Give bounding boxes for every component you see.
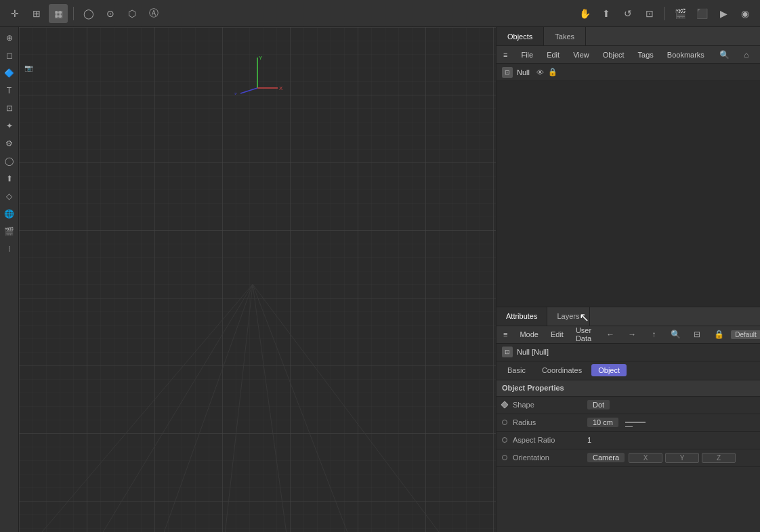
active-tool-icon[interactable]: ▦ <box>49 4 68 23</box>
prop-tabs: Basic Coordinates Object <box>497 361 760 380</box>
top-toolbar: ✛ ⊞ ▦ ◯ ⊙ ⬡ Ⓐ ✋ ⬆ ↺ ⊡ 🎬 ⬛ ▶ ◉ <box>0 0 760 27</box>
x-input[interactable]: X <box>629 453 662 463</box>
film-icon[interactable]: 🎬 <box>1 223 18 240</box>
viewport-grid <box>19 27 496 532</box>
svg-text:X: X <box>279 85 283 91</box>
object-name-row: ⊡ Null [Null] <box>497 344 760 361</box>
target-icon[interactable]: ⊙ <box>101 4 120 23</box>
scatter-icon[interactable]: ✦ <box>1 118 18 134</box>
radius-badge[interactable]: 10 cm <box>587 418 618 427</box>
null-obj-icon: ⊡ <box>502 347 513 357</box>
shape-badge[interactable]: Dot <box>587 400 610 409</box>
object-icon[interactable]: ⬡ <box>123 4 142 23</box>
export-icon[interactable]: ⬆ <box>1 171 18 187</box>
orientation-xyz: X Y Z <box>629 453 736 463</box>
attr-up[interactable]: ↑ <box>644 325 663 344</box>
aspect-label: Aspect Ratio <box>513 436 587 444</box>
hamburger-menu[interactable]: ≡ <box>501 49 510 60</box>
orientation-dot <box>502 455 507 460</box>
tab-layers[interactable]: Layers <box>547 307 589 326</box>
dots-icon[interactable]: ⁝ <box>1 241 18 257</box>
select-icon[interactable]: ⊡ <box>1 100 18 116</box>
right-panel: Objects Takes ≡ File Edit View Object Ta… <box>496 27 760 532</box>
filter-icon[interactable]: ⊡ <box>640 4 659 23</box>
home-icon[interactable]: ⌂ <box>737 45 756 64</box>
file-menu[interactable]: File <box>518 49 536 60</box>
bookmarks-menu[interactable]: Bookmarks <box>664 49 707 60</box>
tab-takes[interactable]: Takes <box>544 27 586 45</box>
viewport[interactable]: Y X Z 📷 <box>19 27 496 532</box>
cube-icon[interactable]: ◻ <box>1 47 18 64</box>
separator-2 <box>664 7 665 20</box>
tab-coordinates[interactable]: Coordinates <box>535 364 589 376</box>
aspect-text: 1 <box>587 436 591 444</box>
attr-userdata[interactable]: User Data <box>573 325 594 344</box>
attr-back[interactable]: ← <box>601 325 620 344</box>
viewport-icon[interactable]: ⊕ <box>1 30 18 46</box>
edit-menu[interactable]: Edit <box>544 49 562 60</box>
render-icon[interactable]: 🎬 <box>671 4 690 23</box>
tab-objects[interactable]: Objects <box>497 27 544 45</box>
object-menu[interactable]: Object <box>600 49 627 60</box>
cube-3d-icon[interactable]: 🔷 <box>1 65 18 81</box>
lock-icon[interactable]: 🔒 <box>548 68 557 76</box>
prop-radius: Radius 10 cm — <box>497 414 760 432</box>
a-icon[interactable]: Ⓐ <box>144 4 163 23</box>
object-breadcrumb: ⊡ Null 👁 🔒 <box>497 64 760 81</box>
play-icon[interactable]: ▶ <box>714 4 733 23</box>
frame-icon[interactable]: ⬛ <box>692 4 711 23</box>
orientation-label: Orientation <box>513 453 587 462</box>
properties-content: Object Properties Shape Dot Radius 10 cm <box>497 380 760 533</box>
transform-icon[interactable]: ✛ <box>5 4 24 23</box>
attr-hamburger[interactable]: ≡ <box>501 329 510 340</box>
circle-tool[interactable]: ◯ <box>79 4 98 23</box>
attributes-section: Attributes Layers ≡ Mode Edit User Data … <box>497 307 760 533</box>
radius-label: Radius <box>513 418 587 426</box>
text-icon[interactable]: T <box>1 83 18 99</box>
svg-text:Y: Y <box>259 55 263 61</box>
tab-object[interactable]: Object <box>591 364 627 376</box>
null-icon: ⊡ <box>502 67 513 78</box>
attr-mode[interactable]: Mode <box>517 329 541 340</box>
tab-attributes[interactable]: Attributes <box>497 307 547 326</box>
attr-forward[interactable]: → <box>622 325 641 344</box>
record-icon[interactable]: ◉ <box>736 4 755 23</box>
attr-filter[interactable]: ⊟ <box>688 325 706 344</box>
shape-value: Dot <box>587 400 755 409</box>
section-header: Object Properties <box>497 380 760 397</box>
left-sidebar: ⊕ ◻ 🔷 T ⊡ ✦ ⚙ ◯ ⬆ ◇ 🌐 🎬 ⁝ <box>0 27 19 532</box>
search-icon[interactable]: 🔍 <box>715 45 734 64</box>
main-area: ⊕ ◻ 🔷 T ⊡ ✦ ⚙ ◯ ⬆ ◇ 🌐 🎬 ⁝ <box>0 27 760 532</box>
view-menu[interactable]: View <box>570 49 592 60</box>
circle-icon[interactable]: ◯ <box>1 153 18 169</box>
camera-label: 📷 <box>24 64 33 72</box>
attr-menu-icons: ← → ↑ 🔍 ⊟ 🔒 Default <box>601 325 760 344</box>
radius-value: 10 cm — <box>587 418 755 427</box>
globe-icon[interactable]: 🌐 <box>1 206 18 222</box>
objects-list[interactable] <box>497 81 760 307</box>
panel-menu-bar: ≡ File Edit View Object Tags Bookmarks 🔍… <box>497 46 760 64</box>
shape-label: Shape <box>513 401 587 409</box>
y-input[interactable]: Y <box>665 453 699 463</box>
attr-lock[interactable]: 🔒 <box>709 325 728 344</box>
svg-rect-1 <box>19 27 496 532</box>
attr-edit[interactable]: Edit <box>548 329 566 340</box>
up-icon[interactable]: ⬆ <box>597 4 616 23</box>
svg-text:Z: Z <box>234 91 237 95</box>
prop-shape: Shape Dot <box>497 397 760 414</box>
grid-icon[interactable]: ⊞ <box>27 4 46 23</box>
gear-icon[interactable]: ⚙ <box>1 135 18 152</box>
orientation-badge[interactable]: Camera <box>587 453 625 462</box>
z-input[interactable]: Z <box>702 453 736 463</box>
tab-basic[interactable]: Basic <box>501 364 532 376</box>
tags-menu[interactable]: Tags <box>635 49 656 60</box>
object-full-name: Null [Null] <box>517 348 549 356</box>
prop-aspect-ratio: Aspect Ratio 1 <box>497 432 760 449</box>
shape-icon[interactable]: ◇ <box>1 188 18 204</box>
refresh-icon[interactable]: ↺ <box>618 4 637 23</box>
attr-search[interactable]: 🔍 <box>666 325 685 344</box>
default-badge: Default <box>731 330 760 339</box>
visibility-toggle[interactable]: 👁 <box>536 68 544 76</box>
breadcrumb-text: Null <box>517 68 530 76</box>
move-icon[interactable]: ✋ <box>575 4 594 23</box>
